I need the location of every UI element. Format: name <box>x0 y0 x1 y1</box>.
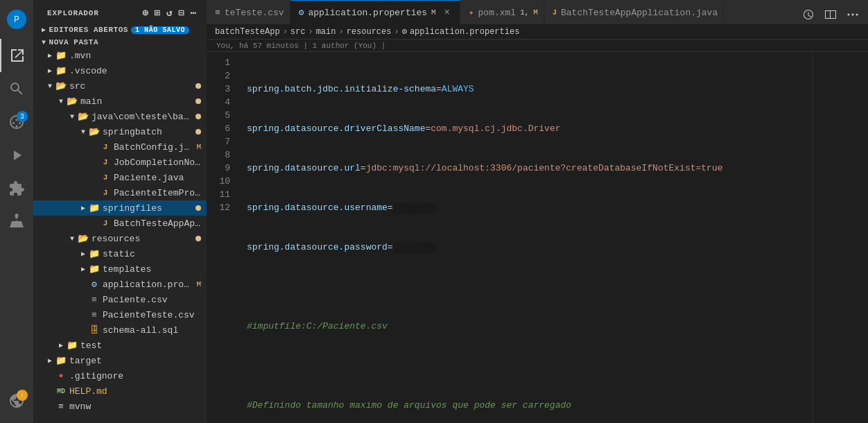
java-file-icon: J <box>100 172 111 183</box>
activity-bar-bottom: ! <box>0 384 33 423</box>
breadcrumb-part-4[interactable]: resources <box>347 27 392 37</box>
tab-label: BatchTesteAppApplication.java <box>561 8 718 18</box>
avatar-icon[interactable]: P <box>0 3 33 36</box>
author-line: You, há 57 minutos | 1 author (You) | <box>207 40 868 52</box>
tree-item-main[interactable]: ▼ 📂 main <box>33 94 207 109</box>
test-folder-icon: 📁 <box>67 340 78 351</box>
modified-dot <box>196 83 201 89</box>
tree-item-java-path[interactable]: ▼ 📂 java\com\teste\batch\batchTesteApp <box>33 109 207 124</box>
sidebar-item-extensions[interactable] <box>0 172 33 205</box>
tree-item-springbatch[interactable]: ▼ 📂 springbatch <box>33 124 207 139</box>
tab-bar: ≡ teTeste.csv ⚙ application.properties M… <box>207 0 868 24</box>
editor: 1 2 3 4 5 6 7 8 9 10 11 12 spring.batch.… <box>207 52 868 423</box>
tab-icon-java: J <box>553 9 557 17</box>
tree-item-springfiles[interactable]: ▶ 📁 springfiles <box>33 200 207 216</box>
tab-application-properties[interactable]: ⚙ application.properties M × <box>290 0 460 24</box>
tab-actions <box>793 5 868 24</box>
sidebar-item-explorer[interactable] <box>0 39 33 72</box>
breadcrumb-part-3[interactable]: main <box>316 27 336 37</box>
tab-icon-xml: ✦ <box>469 7 474 18</box>
sidebar-item-search[interactable] <box>0 72 33 105</box>
props-file-icon: ⚙ <box>89 279 100 290</box>
tree-item-vscode[interactable]: ▶ 📁 .vscode <box>33 63 207 78</box>
csv-file-icon: ≡ <box>89 309 100 320</box>
svg-point-2 <box>856 14 858 16</box>
tree-item-helpmd[interactable]: MD HELP.md <box>33 383 207 399</box>
modified-dot <box>196 98 201 104</box>
breadcrumb-gear-icon: ⚙ <box>402 26 407 37</box>
tab-modified-badge: M <box>533 8 538 17</box>
sidebar-item-source-control[interactable]: 3 <box>0 105 33 139</box>
tree-item-static[interactable]: ▶ 📁 static <box>33 246 207 261</box>
minimap <box>813 52 868 423</box>
tree-item-templates[interactable]: ▶ 📁 templates <box>33 261 207 277</box>
tree-item-application-props[interactable]: ⚙ application.properties M <box>33 277 207 292</box>
nova-pasta-section[interactable]: ▼ NOVA PASTA <box>33 35 207 48</box>
editor-line-5: spring.datasource.password=████████ <box>247 241 813 254</box>
tab-teteste[interactable]: ≡ teTeste.csv <box>207 0 290 24</box>
tree-item-resources[interactable]: ▼ 📂 resources <box>33 231 207 246</box>
history-button[interactable] <box>799 5 818 24</box>
breadcrumb: batchTesteApp › src › main › resources ›… <box>207 24 868 40</box>
tree-item-pacienteitem[interactable]: J PacienteItemProcessor.java <box>33 185 207 200</box>
git-file-icon: ● <box>55 370 67 381</box>
tree-item-paciente-csv[interactable]: ≡ Paciente.csv <box>33 292 207 307</box>
folder-open-icon: 📂 <box>67 96 78 107</box>
refresh-icon[interactable]: ↺ <box>165 6 174 20</box>
breadcrumb-part-2[interactable]: src <box>290 27 306 37</box>
tree-item-batchtesteapp[interactable]: J BatchTesteAppApplication.java <box>33 216 207 231</box>
sidebar-item-run[interactable] <box>0 139 33 172</box>
modified-dot <box>196 205 201 211</box>
tree-item-paciente-java[interactable]: J Paciente.java <box>33 170 207 185</box>
tree-item-test[interactable]: ▶ 📁 test <box>33 338 207 353</box>
folder-open-icon: 📂 <box>78 111 89 122</box>
folder-icon: 📁 <box>55 355 67 366</box>
editor-line-6 <box>247 280 813 293</box>
main-editor-area: ≡ teTeste.csv ⚙ application.properties M… <box>207 0 868 423</box>
activity-bar: P 3 ! <box>0 0 33 423</box>
tab-close-button[interactable]: × <box>440 6 454 19</box>
java-file-icon: J <box>100 141 111 153</box>
split-editor-button[interactable] <box>821 5 840 24</box>
tree-arrow: ▶ <box>78 248 89 259</box>
tree-item-batchconfig[interactable]: J BatchConfig.java M <box>33 139 207 155</box>
editor-line-1: spring.batch.jdbc.initialize-schema=ALWA… <box>247 83 813 96</box>
tab-batchtesteapp[interactable]: J BatchTesteAppApplication.java <box>544 0 724 24</box>
tab-icon-csv: ≡ <box>215 8 220 18</box>
tree-arrow: ▼ <box>44 80 55 92</box>
line-numbers: 1 2 3 4 5 6 7 8 9 10 11 12 <box>207 52 237 423</box>
tree-item-jobcompletion[interactable]: J JobCompletionNotificationListener.java <box>33 155 207 170</box>
open-editors-section[interactable]: ▶ EDITORES ABERTOS 1 não salvo <box>33 23 207 35</box>
tree-item-mvn[interactable]: ▶ 📁 .mvn <box>33 48 207 63</box>
file-tree: ▶ 📁 .mvn ▶ 📁 .vscode ▼ 📂 src ▼ 📂 main <box>33 48 207 423</box>
editor-content[interactable]: spring.batch.jdbc.initialize-schema=ALWA… <box>237 52 813 423</box>
folder-icon: 📁 <box>89 202 100 214</box>
modified-dot <box>196 236 201 241</box>
more-icon[interactable]: ⋯ <box>189 6 198 20</box>
breadcrumb-part-1[interactable]: batchTesteApp <box>215 27 280 37</box>
tree-item-src[interactable]: ▼ 📂 src <box>33 78 207 94</box>
collapse-icon[interactable]: ⊟ <box>177 6 186 20</box>
more-actions-button[interactable] <box>843 5 862 24</box>
tree-arrow: ▶ <box>78 264 89 275</box>
sidebar-item-remote[interactable]: ! <box>0 384 33 417</box>
sidebar-header-icons: ⊕ ⊞ ↺ ⊟ ⋯ <box>141 6 198 20</box>
tree-item-mvnw[interactable]: ≡ mvnw <box>33 399 207 414</box>
tree-item-pacienteteste-csv[interactable]: ≡ PacienteTeste.csv <box>33 307 207 322</box>
folder-open-icon: 📂 <box>55 80 67 92</box>
breadcrumb-part-5[interactable]: application.properties <box>410 27 519 37</box>
folder-icon: 📁 <box>89 248 100 259</box>
java-file-icon: J <box>100 157 111 168</box>
tree-item-target[interactable]: ▶ 📁 target <box>33 353 207 368</box>
tree-item-schema-sql[interactable]: 🗄 schema-all.sql <box>33 322 207 338</box>
sql-file-icon: 🗄 <box>89 325 100 336</box>
tree-arrow: ▶ <box>44 355 55 366</box>
svg-point-0 <box>848 14 850 16</box>
sidebar-item-testing[interactable] <box>0 205 33 239</box>
new-file-icon[interactable]: ⊕ <box>141 6 150 20</box>
modified-letter: M <box>196 143 201 151</box>
tree-arrow: ▶ <box>78 202 89 214</box>
new-folder-icon[interactable]: ⊞ <box>153 6 162 20</box>
tab-pom-xml[interactable]: ✦ pom.xml 1, M <box>460 0 544 24</box>
tree-item-gitignore[interactable]: ● .gitignore <box>33 368 207 383</box>
